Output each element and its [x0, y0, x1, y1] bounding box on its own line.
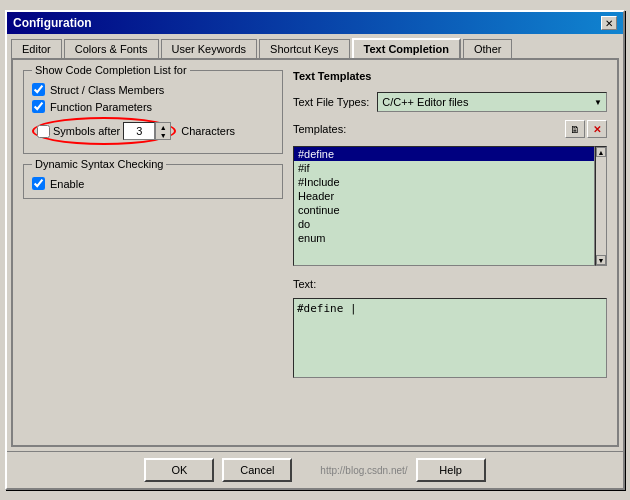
tab-bar: Editor Colors & Fonts User Keywords Shor… [7, 34, 623, 58]
function-checkbox[interactable] [32, 100, 45, 113]
bottom-bar: OK Cancel http://blog.csdn.net/ Help [7, 451, 623, 488]
characters-label: Characters [181, 125, 235, 137]
new-template-btn[interactable]: 🗎 [565, 120, 585, 138]
symbols-row: Symbols after 3 ▲ ▼ Characters [32, 117, 274, 145]
dropdown-arrow-icon: ▼ [594, 98, 602, 107]
struct-label: Struct / Class Members [50, 84, 164, 96]
enable-checkbox[interactable] [32, 177, 45, 190]
templates-list-container: #define #if #Include Header continue do … [293, 146, 607, 266]
file-type-row: Text File Types: C/C++ Editor files ▼ [293, 92, 607, 112]
tab-text-completion[interactable]: Text Completion [352, 38, 461, 58]
dynamic-syntax-title: Dynamic Syntax Checking [32, 158, 166, 170]
tab-other[interactable]: Other [463, 39, 513, 59]
template-item[interactable]: enum [294, 231, 594, 245]
tab-colors-fonts[interactable]: Colors & Fonts [64, 39, 159, 59]
templates-header: Templates: 🗎 ✕ [293, 120, 607, 138]
spin-down-btn[interactable]: ▼ [156, 131, 170, 139]
tab-content: Show Code Completion List for Struct / C… [11, 58, 619, 447]
symbols-circle: Symbols after 3 ▲ ▼ [32, 117, 176, 145]
ok-button[interactable]: OK [144, 458, 214, 482]
struct-checkbox[interactable] [32, 83, 45, 96]
template-item[interactable]: #Include [294, 175, 594, 189]
enable-row: Enable [32, 177, 274, 190]
symbols-label: Symbols after [53, 125, 120, 137]
tab-user-keywords[interactable]: User Keywords [161, 39, 258, 59]
template-buttons: 🗎 ✕ [565, 120, 607, 138]
tab-editor[interactable]: Editor [11, 39, 62, 59]
close-button[interactable]: ✕ [601, 16, 617, 30]
configuration-window: Configuration ✕ Editor Colors & Fonts Us… [5, 10, 625, 490]
scroll-up-btn[interactable]: ▲ [596, 147, 606, 157]
scroll-down-btn[interactable]: ▼ [596, 255, 606, 265]
tab-shortcut-keys[interactable]: Shortcut Keys [259, 39, 349, 59]
function-row: Function Parameters [32, 100, 274, 113]
help-button[interactable]: Help [416, 458, 486, 482]
left-panel: Show Code Completion List for Struct / C… [23, 70, 283, 435]
code-completion-title: Show Code Completion List for [32, 64, 190, 76]
spin-up-btn[interactable]: ▲ [156, 123, 170, 131]
code-completion-group: Show Code Completion List for Struct / C… [23, 70, 283, 154]
symbols-checkbox[interactable] [37, 125, 50, 138]
text-templates-title: Text Templates [293, 70, 607, 82]
templates-label: Templates: [293, 123, 346, 135]
right-panel: Text Templates Text File Types: C/C++ Ed… [293, 70, 607, 435]
template-item[interactable]: continue [294, 203, 594, 217]
text-label: Text: [293, 278, 607, 290]
scrollbar[interactable]: ▲ ▼ [595, 146, 607, 266]
struct-row: Struct / Class Members [32, 83, 274, 96]
function-label: Function Parameters [50, 101, 152, 113]
url-text: http://blog.csdn.net/ [320, 465, 407, 476]
title-bar: Configuration ✕ [7, 12, 623, 34]
template-item[interactable]: #if [294, 161, 594, 175]
spinbox-value[interactable]: 3 [123, 122, 155, 140]
spin-controls: ▲ ▼ [155, 122, 171, 140]
template-item[interactable]: Header [294, 189, 594, 203]
text-area[interactable]: #define | [293, 298, 607, 378]
file-type-select[interactable]: C/C++ Editor files ▼ [377, 92, 607, 112]
window-title: Configuration [13, 16, 92, 30]
delete-template-btn[interactable]: ✕ [587, 120, 607, 138]
enable-label: Enable [50, 178, 84, 190]
template-item[interactable]: #define [294, 147, 594, 161]
dynamic-syntax-group: Dynamic Syntax Checking Enable [23, 164, 283, 199]
templates-list[interactable]: #define #if #Include Header continue do … [293, 146, 595, 266]
cancel-button[interactable]: Cancel [222, 458, 292, 482]
file-types-label: Text File Types: [293, 96, 369, 108]
template-item[interactable]: do [294, 217, 594, 231]
